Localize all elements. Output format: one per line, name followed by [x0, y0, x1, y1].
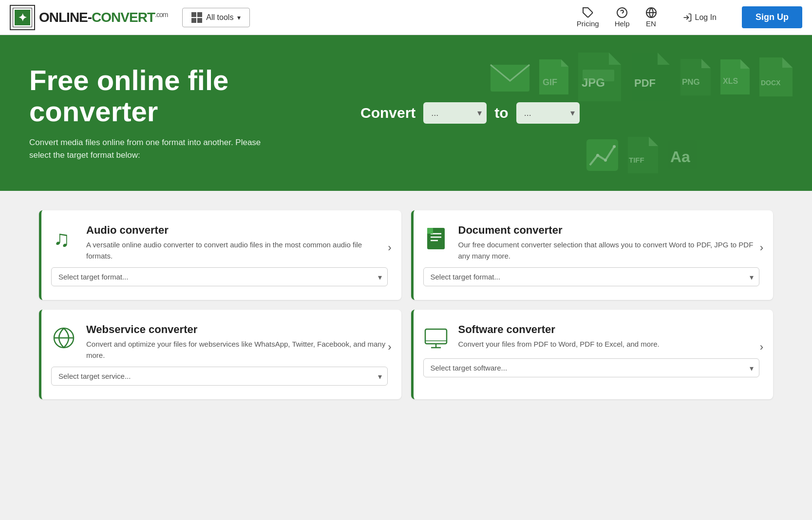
svg-text:TIFF: TIFF [629, 156, 644, 164]
language-label: EN [646, 19, 656, 28]
convert-to-select-wrap: ... [516, 102, 580, 124]
globe-icon [645, 7, 657, 19]
main-content: ♫ Audio converter A versatile online aud… [0, 191, 812, 419]
all-tools-label: All tools [206, 13, 233, 22]
convert-to-select[interactable]: ... [516, 102, 580, 124]
logo-text: ONLINE-CONVERT.com [39, 10, 168, 25]
font-bg-icon: Aa [665, 138, 699, 172]
webservice-select-wrap: Select target service... [51, 367, 388, 386]
login-button[interactable]: Log In [673, 9, 726, 26]
webservice-desc: Convert and optimize your files for webs… [86, 339, 388, 361]
document-format-select[interactable]: Select target format... [423, 267, 760, 286]
svg-rect-29 [427, 228, 433, 234]
all-tools-button[interactable]: All tools ▾ [182, 8, 250, 27]
hero-content: Free online file converter Convert media… [29, 65, 321, 162]
email-bg-icon [488, 57, 532, 96]
svg-text:Aa: Aa [670, 148, 690, 166]
docx-bg-icon: DOCX [757, 55, 795, 99]
software-software-select[interactable]: Select target software... [423, 358, 760, 377]
svg-text:JPG: JPG [582, 76, 605, 89]
svg-rect-9 [491, 65, 529, 92]
gif-bg-icon: GIF [537, 57, 571, 97]
hero-title: Free online file converter [29, 65, 321, 127]
webservice-arrow-icon: › [388, 341, 391, 353]
grid-icon [191, 12, 202, 23]
webservice-icon [51, 325, 76, 353]
nav-right: Pricing Help EN Log In [577, 6, 802, 28]
svg-text:✦: ✦ [18, 12, 27, 24]
audio-info: Audio converter A versatile online audio… [86, 224, 388, 261]
software-arrow-icon: › [760, 341, 763, 353]
webservice-card-top: Webservice converter Convert and optimiz… [51, 323, 388, 361]
header: ✦ ONLINE-CONVERT.com All tools ▾ Pricing [0, 0, 812, 35]
language-nav-item[interactable]: EN [645, 7, 657, 28]
login-icon [682, 13, 692, 22]
audio-arrow-icon: › [388, 241, 391, 254]
jpg-bg-icon: JPG [576, 50, 624, 104]
software-info: Software converter Convert your files fr… [458, 323, 760, 350]
tiff-bg-icon: TIFF [625, 134, 661, 176]
signup-button[interactable]: Sign Up [742, 6, 802, 28]
document-icon [423, 226, 449, 253]
document-select-wrap: Select target format... [423, 267, 760, 286]
webservice-converter-card: Webservice converter Convert and optimiz… [39, 310, 401, 399]
convert-from-select-wrap: ... [423, 102, 487, 124]
software-title: Software converter [458, 323, 760, 336]
pdf-bg-icon: PDF [629, 50, 673, 104]
hero-convert-area: Convert ... to ... [360, 102, 580, 124]
audio-converter-card: ♫ Audio converter A versatile online aud… [39, 210, 401, 300]
svg-rect-22 [668, 140, 697, 169]
help-icon [616, 7, 628, 19]
convert-from-select[interactable]: ... [423, 102, 487, 124]
pricing-nav-item[interactable]: Pricing [577, 7, 599, 28]
svg-rect-32 [425, 329, 447, 344]
tag-icon [582, 7, 594, 19]
svg-text:♫: ♫ [53, 226, 70, 251]
document-card-top: Document converter Our free document con… [423, 224, 760, 261]
svg-text:PNG: PNG [682, 77, 700, 87]
hero-subtitle: Convert media files online from one form… [29, 136, 283, 161]
svg-point-19 [604, 159, 607, 162]
document-title: Document converter [458, 224, 760, 237]
software-select-wrap: Select target software... [423, 358, 760, 377]
converters-grid: ♫ Audio converter A versatile online aud… [39, 210, 773, 399]
help-label: Help [615, 19, 630, 28]
pricing-label: Pricing [577, 19, 599, 28]
audio-format-select[interactable]: Select target format... [51, 267, 388, 286]
audio-desc: A versatile online audio converter to co… [86, 240, 388, 261]
chevron-down-icon: ▾ [237, 14, 241, 21]
xls-bg-icon: XLS [718, 57, 752, 97]
document-arrow-icon: › [760, 241, 763, 254]
convert-label: Convert [360, 105, 415, 121]
png-bg-icon: PNG [678, 56, 713, 98]
help-nav-item[interactable]: Help [615, 7, 630, 28]
hero-banner: Free online file converter Convert media… [0, 35, 812, 191]
webservice-info: Webservice converter Convert and optimiz… [86, 323, 388, 361]
software-desc: Convert your files from PDF to Word, PDF… [458, 339, 760, 350]
login-label: Log In [695, 13, 717, 22]
webservice-service-select[interactable]: Select target service... [51, 367, 388, 386]
document-converter-card: Document converter Our free document con… [411, 210, 774, 300]
signup-label: Sign Up [755, 12, 789, 22]
document-desc: Our free document converter selection th… [458, 240, 760, 261]
software-card-top: Software converter Convert your files fr… [423, 323, 760, 353]
logo[interactable]: ✦ ONLINE-CONVERT.com [10, 5, 168, 30]
chart-bg-icon [584, 137, 621, 173]
svg-text:PDF: PDF [634, 77, 656, 89]
audio-icon: ♫ [51, 226, 76, 253]
svg-text:GIF: GIF [543, 77, 557, 87]
audio-title: Audio converter [86, 224, 388, 237]
svg-point-20 [613, 145, 616, 148]
document-info: Document converter Our free document con… [458, 224, 760, 261]
svg-text:XLS: XLS [723, 77, 738, 85]
software-converter-card: Software converter Convert your files fr… [411, 310, 774, 399]
software-icon [423, 325, 449, 353]
to-label: to [494, 105, 508, 121]
svg-rect-17 [586, 139, 618, 171]
logo-icon: ✦ [10, 5, 35, 30]
audio-card-top: ♫ Audio converter A versatile online aud… [51, 224, 388, 261]
svg-text:DOCX: DOCX [761, 79, 781, 87]
webservice-title: Webservice converter [86, 323, 388, 336]
svg-rect-12 [583, 70, 614, 81]
audio-select-wrap: Select target format... [51, 267, 388, 286]
